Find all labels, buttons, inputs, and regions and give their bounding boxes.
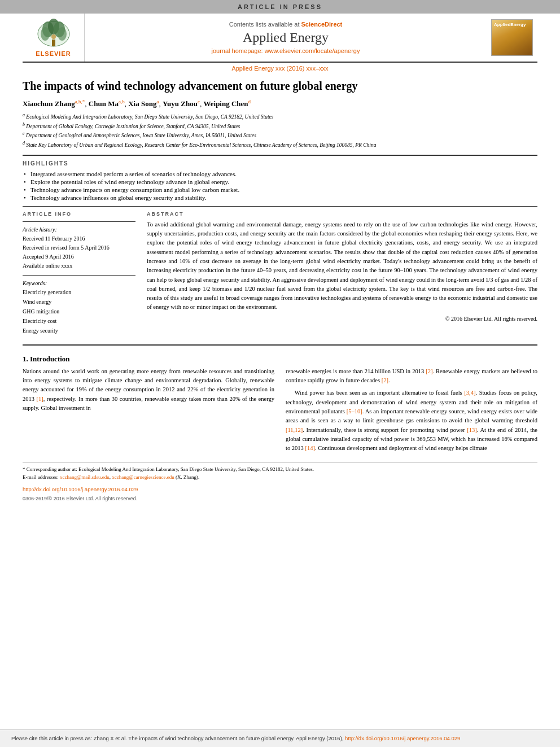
author-5-sup: d (248, 99, 251, 104)
introduction-section: 1. Introduction Nations around the world… (23, 355, 537, 456)
footnote-email: E-mail addresses: xczhang@mail.sdsu.edu,… (23, 474, 537, 482)
author-1-sup: a,b,* (75, 99, 85, 104)
journal-homepage: journal homepage: www.elsevier.com/locat… (212, 47, 360, 54)
affiliation-c: c Department of Geological and Atmospher… (23, 130, 537, 139)
article-history-label: Article history: (23, 226, 135, 233)
divider-4 (23, 275, 135, 276)
keywords-list: Electricity generation Wind energy GHG m… (23, 287, 135, 335)
journal-name: Applied Energy (243, 30, 329, 45)
svg-point-6 (58, 27, 67, 41)
issn-line: 0306-2619/© 2016 Elsevier Ltd. All right… (23, 495, 537, 503)
available-date: Available online xxxx (23, 261, 135, 270)
intro-para-2: renewable energies is more than 214 bill… (286, 367, 537, 386)
keyword-3: GHG mitigation (23, 307, 135, 316)
author-1-name: Xiaochun Zhang (23, 99, 75, 108)
revised-date: Received in revised form 5 April 2016 (23, 243, 135, 252)
email-2[interactable]: xczhang@carnegiescience.edu (112, 474, 174, 480)
article-title: The impacts of wind technology advanceme… (23, 78, 537, 93)
affiliation-a: a Ecological Modeling And Integration La… (23, 112, 537, 121)
svg-point-5 (41, 27, 50, 41)
elsevier-logo-section: ELSEVIER (23, 14, 85, 62)
email-1[interactable]: xczhang@mail.sdsu.edu (60, 474, 110, 480)
body-col-left: Nations around the world work on generat… (23, 367, 274, 456)
intro-para-3: Wind power has been seen as an important… (286, 388, 537, 453)
elsevier-text: ELSEVIER (36, 50, 71, 57)
keyword-2: Wind energy (23, 297, 135, 307)
keyword-5: Energy security (23, 326, 135, 335)
article-info-column: ARTICLE INFO Article history: Received 1… (23, 211, 135, 335)
authors-line: Xiaochun Zhanga,b,*, Chun Maa,b, Xia Son… (23, 99, 537, 108)
abstract-text: To avoid additional global warming and e… (147, 220, 537, 312)
citation-line: Applied Energy xxx (2016) xxx–xxx (0, 63, 560, 73)
copyright-line: © 2016 Elsevier Ltd. All rights reserved… (147, 316, 537, 322)
footnotes-section: * Corresponding author at: Ecological Mo… (23, 462, 537, 503)
citation-footer: Please cite this article in press as: Zh… (0, 729, 560, 747)
author-4-name: Yuyu Zhou (163, 99, 198, 108)
footnote-star: * Corresponding author at: Ecological Mo… (23, 466, 537, 474)
received-date: Received 11 February 2016 (23, 234, 135, 243)
author-3-name: Xia Song (128, 99, 156, 108)
citation-footer-text: Please cite this article in press as: Zh… (11, 735, 343, 741)
affiliation-d: d State Key Laboratory of Urban and Regi… (23, 140, 537, 149)
keyword-4: Electricity cost (23, 316, 135, 326)
divider-2 (23, 206, 537, 207)
highlights-label: HIGHLIGHTS (23, 160, 537, 167)
intro-para-1: Nations around the world work on generat… (23, 367, 274, 413)
highlights-list: Integrated assessment model perform a se… (23, 170, 537, 202)
keywords-label: Keywords: (23, 280, 135, 286)
journal-header: ELSEVIER Contents lists available at Sci… (23, 14, 537, 63)
author-3-sup: a (156, 99, 159, 104)
svg-rect-1 (52, 40, 55, 46)
highlight-item-4: Technology advance influences on global … (23, 194, 537, 202)
elsevier-tree-icon (34, 18, 73, 49)
article-info-label: ARTICLE INFO (23, 211, 135, 217)
applied-energy-logo: AppliedEnergy (487, 14, 537, 62)
svg-point-7 (51, 34, 56, 39)
body-two-col: Nations around the world work on generat… (23, 367, 537, 456)
keyword-1: Electricity generation (23, 287, 135, 297)
science-direct-link[interactable]: ScienceDirect (301, 21, 343, 28)
section-title: 1. Introduction (23, 355, 537, 364)
author-4-sup: c (198, 99, 200, 104)
affiliation-b: b Department of Global Ecology, Carnegie… (23, 121, 537, 130)
science-direct-line: Contents lists available at ScienceDirec… (229, 21, 343, 28)
divider-1 (23, 155, 537, 156)
affiliations: a Ecological Modeling And Integration La… (23, 112, 537, 149)
highlight-item-2: Explore the potential roles of wind ener… (23, 178, 537, 186)
doi-link[interactable]: http://dx.doi.org/10.1016/j.apenergy.201… (23, 486, 537, 493)
author-5-name: Weiping Chen (203, 99, 248, 108)
highlight-item-1: Integrated assessment model perform a se… (23, 170, 537, 178)
author-2-sup: a,b (119, 99, 125, 104)
article-info-abstract-section: ARTICLE INFO Article history: Received 1… (23, 211, 537, 335)
journal-center: Contents lists available at ScienceDirec… (85, 14, 487, 62)
citation-footer-link[interactable]: http://dx.doi.org/10.1016/j.apenergy.201… (345, 735, 460, 741)
abstract-label: ABSTRACT (147, 211, 537, 217)
article-in-press-banner: ARTICLE IN PRESS (0, 0, 560, 14)
author-2-name: Chun Ma (89, 99, 119, 108)
body-col-right: renewable energies is more than 214 bill… (286, 367, 537, 456)
accepted-date: Accepted 9 April 2016 (23, 252, 135, 261)
abstract-column: ABSTRACT To avoid additional global warm… (147, 211, 537, 335)
article-history-dates: Received 11 February 2016 Received in re… (23, 234, 135, 270)
divider-3 (23, 221, 135, 222)
highlight-item-3: Technology advance impacts on energy con… (23, 186, 537, 194)
divider-5 (23, 344, 537, 346)
